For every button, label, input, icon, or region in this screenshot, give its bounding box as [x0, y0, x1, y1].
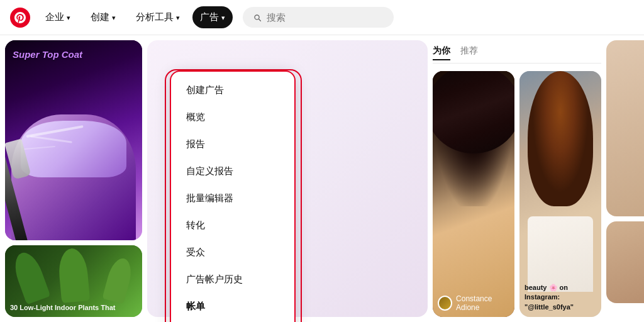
author-avatar [438, 296, 452, 311]
dropdown-item-custom-reports[interactable]: 自定义报告 [171, 158, 294, 185]
right-pin-column: 为你 推荐 Constance Adione [430, 35, 606, 322]
chevron-down-icon: ▾ [176, 14, 180, 22]
dropdown-item-create-ad[interactable]: 创建广告 [171, 77, 294, 104]
dropdown-item-billing[interactable]: 帐单 [171, 293, 294, 320]
ads-dropdown-menu: 创建广告 概览 报告 自定义报告 批量编辑器 转化 受众 广告帐户历史 帐单 目… [170, 70, 296, 322]
dropdown-item-conversions[interactable]: 转化 [171, 212, 294, 239]
plants-pin-card[interactable]: 30 Low-Light Indoor Plants That [5, 245, 142, 317]
left-pin-column: Super Top Coat 30 Low-Light Indoor Plant… [0, 35, 145, 322]
dropdown-item-ad-account-history[interactable]: 广告帐户历史 [171, 266, 294, 293]
pinterest-logo[interactable] [10, 8, 30, 28]
tab-recommendations[interactable]: 推荐 [460, 45, 478, 60]
tab-for-you[interactable]: 为你 [433, 45, 450, 60]
navbar: 企业 ▾ 创建 ▾ 分析工具 ▾ 广告 ▾ [0, 0, 644, 35]
dropdown-item-reports[interactable]: 报告 [171, 131, 294, 158]
search-icon [253, 13, 262, 23]
far-right-column [606, 35, 644, 322]
dropdown-item-overview[interactable]: 概览 [171, 104, 294, 131]
nail-pin-card[interactable]: Super Top Coat [5, 40, 142, 240]
dropdown-item-audience[interactable]: 受众 [171, 239, 294, 266]
author-name: Constance Adione [456, 294, 514, 312]
nav-enterprise[interactable]: 企业 ▾ [38, 6, 78, 28]
nav-create[interactable]: 创建 ▾ [83, 6, 123, 28]
dropdown-item-bulk-editor[interactable]: 批量编辑器 [171, 185, 294, 212]
plants-card-label: 30 Low-Light Indoor Plants That [10, 303, 137, 312]
chevron-down-icon: ▾ [67, 14, 70, 22]
chevron-down-icon: ▾ [221, 14, 225, 22]
nav-ads[interactable]: 广告 ▾ [192, 6, 233, 28]
fashion-card-caption: beauty 🌸 on Instagram: "@little_s0fya" [525, 283, 596, 312]
chevron-down-icon: ▾ [112, 14, 116, 22]
nav-analytics[interactable]: 分析工具 ▾ [128, 6, 187, 28]
search-box[interactable] [243, 7, 394, 28]
hair-author-info: Constance Adione [438, 294, 514, 312]
fashion-pin-card[interactable]: beauty 🌸 on Instagram: "@little_s0fya" [519, 71, 601, 317]
main-content: Super Top Coat 30 Low-Light Indoor Plant… [0, 35, 644, 322]
hair-pin-card[interactable]: Constance Adione [433, 71, 514, 317]
search-input[interactable] [267, 12, 384, 23]
nail-card-title: Super Top Coat [13, 49, 82, 60]
section-header: 为你 推荐 [433, 40, 601, 64]
